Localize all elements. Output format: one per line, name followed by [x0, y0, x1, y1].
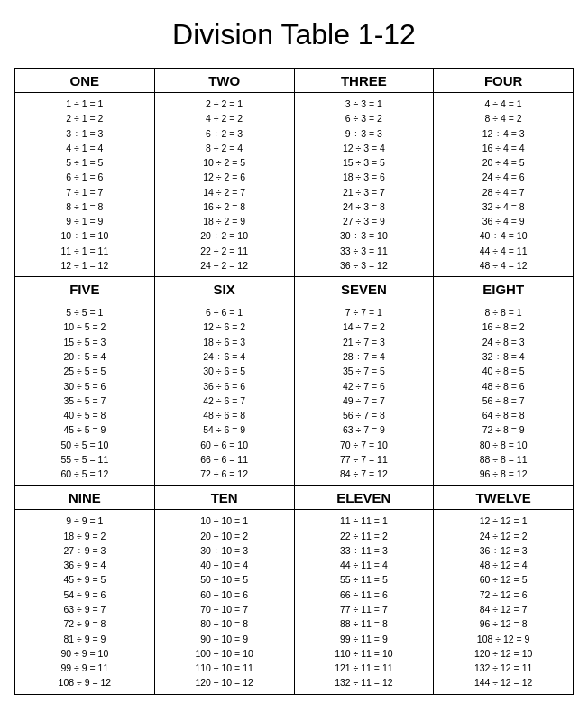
- cell-header-one: ONE: [15, 69, 154, 93]
- cell-body-seven: 7 ÷ 7 = 114 ÷ 7 = 221 ÷ 7 = 328 ÷ 7 = 43…: [340, 301, 388, 485]
- division-cell-one: ONE1 ÷ 1 = 12 ÷ 1 = 23 ÷ 1 = 34 ÷ 1 = 45…: [15, 69, 155, 277]
- cell-body-one: 1 ÷ 1 = 12 ÷ 1 = 23 ÷ 1 = 34 ÷ 1 = 45 ÷ …: [60, 93, 108, 276]
- cell-body-six: 6 ÷ 6 = 112 ÷ 6 = 218 ÷ 6 = 324 ÷ 6 = 43…: [200, 301, 248, 485]
- cell-header-eleven: ELEVEN: [295, 486, 434, 510]
- cell-header-five: FIVE: [15, 277, 154, 301]
- division-cell-four: FOUR4 ÷ 4 = 18 ÷ 4 = 212 ÷ 4 = 316 ÷ 4 =…: [434, 69, 574, 277]
- cell-body-eight: 8 ÷ 8 = 116 ÷ 8 = 224 ÷ 8 = 332 ÷ 8 = 44…: [480, 301, 528, 485]
- cell-body-three: 3 ÷ 3 = 16 ÷ 3 = 29 ÷ 3 = 312 ÷ 3 = 415 …: [340, 93, 388, 276]
- cell-body-five: 5 ÷ 5 = 110 ÷ 5 = 215 ÷ 5 = 320 ÷ 5 = 42…: [60, 301, 108, 485]
- cell-header-ten: TEN: [155, 486, 294, 510]
- division-cell-seven: SEVEN7 ÷ 7 = 114 ÷ 7 = 221 ÷ 7 = 328 ÷ 7…: [295, 277, 435, 486]
- cell-header-seven: SEVEN: [295, 277, 434, 301]
- cell-header-nine: NINE: [15, 486, 154, 510]
- division-cell-six: SIX6 ÷ 6 = 112 ÷ 6 = 218 ÷ 6 = 324 ÷ 6 =…: [155, 277, 295, 486]
- cell-body-nine: 9 ÷ 9 = 118 ÷ 9 = 227 ÷ 9 = 336 ÷ 9 = 44…: [59, 510, 112, 693]
- division-cell-five: FIVE5 ÷ 5 = 110 ÷ 5 = 215 ÷ 5 = 320 ÷ 5 …: [15, 277, 155, 486]
- cell-body-twelve: 12 ÷ 12 = 124 ÷ 12 = 236 ÷ 12 = 348 ÷ 12…: [474, 510, 532, 693]
- division-cell-twelve: TWELVE12 ÷ 12 = 124 ÷ 12 = 236 ÷ 12 = 34…: [434, 486, 574, 694]
- division-cell-two: TWO2 ÷ 2 = 14 ÷ 2 = 26 ÷ 2 = 38 ÷ 2 = 41…: [155, 69, 295, 277]
- division-table: ONE1 ÷ 1 = 12 ÷ 1 = 23 ÷ 1 = 34 ÷ 1 = 45…: [14, 68, 574, 695]
- cell-header-two: TWO: [155, 69, 294, 93]
- cell-body-two: 2 ÷ 2 = 14 ÷ 2 = 26 ÷ 2 = 38 ÷ 2 = 410 ÷…: [200, 93, 248, 276]
- cell-header-eight: EIGHT: [434, 277, 573, 301]
- cell-body-four: 4 ÷ 4 = 18 ÷ 4 = 212 ÷ 4 = 316 ÷ 4 = 420…: [480, 93, 528, 276]
- cell-body-eleven: 11 ÷ 11 = 122 ÷ 11 = 233 ÷ 11 = 344 ÷ 11…: [335, 510, 392, 693]
- cell-header-twelve: TWELVE: [434, 486, 573, 510]
- cell-header-three: THREE: [295, 69, 434, 93]
- division-cell-eleven: ELEVEN11 ÷ 11 = 122 ÷ 11 = 233 ÷ 11 = 34…: [295, 486, 435, 694]
- division-cell-ten: TEN10 ÷ 10 = 120 ÷ 10 = 230 ÷ 10 = 340 ÷…: [155, 486, 295, 694]
- division-cell-three: THREE3 ÷ 3 = 16 ÷ 3 = 29 ÷ 3 = 312 ÷ 3 =…: [295, 69, 435, 277]
- page-title: Division Table 1-12: [172, 18, 416, 51]
- cell-header-four: FOUR: [434, 69, 573, 93]
- division-cell-nine: NINE9 ÷ 9 = 118 ÷ 9 = 227 ÷ 9 = 336 ÷ 9 …: [15, 486, 155, 694]
- division-cell-eight: EIGHT8 ÷ 8 = 116 ÷ 8 = 224 ÷ 8 = 332 ÷ 8…: [434, 277, 574, 486]
- cell-header-six: SIX: [155, 277, 294, 301]
- cell-body-ten: 10 ÷ 10 = 120 ÷ 10 = 230 ÷ 10 = 340 ÷ 10…: [195, 510, 253, 693]
